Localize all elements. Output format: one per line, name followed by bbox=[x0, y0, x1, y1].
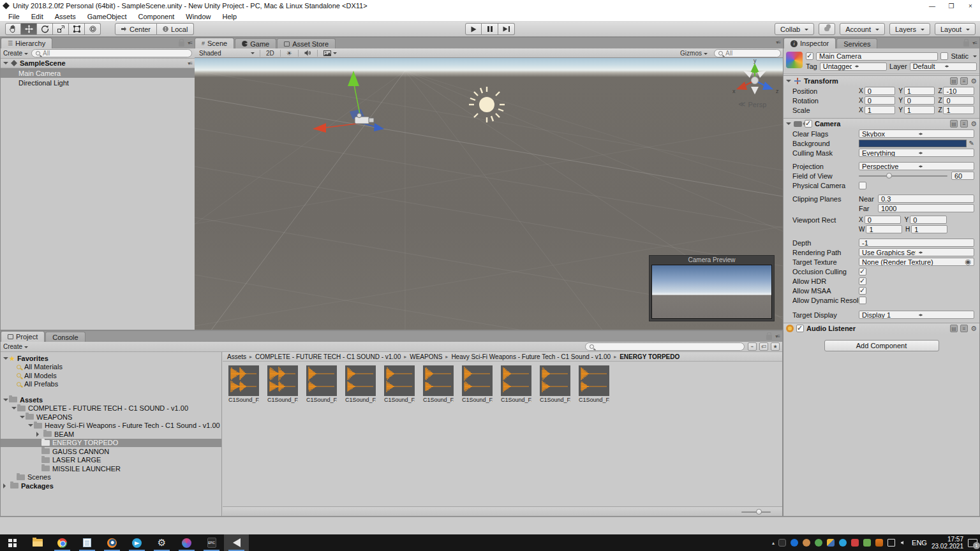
depth-field[interactable]: -1 bbox=[859, 239, 974, 247]
taskbar-notepad-icon[interactable] bbox=[75, 534, 100, 551]
clock[interactable]: 17:5723.02.2021 bbox=[932, 536, 963, 550]
hierarchy-item-directional-light[interactable]: Directional Light bbox=[1, 78, 195, 87]
scale-tool-button[interactable] bbox=[53, 23, 69, 35]
waveform-thumbnail[interactable] bbox=[306, 365, 337, 396]
taskbar-paint3d-icon[interactable] bbox=[174, 534, 199, 551]
breadcrumb-complete-future-tech-c1-sound-v1-00[interactable]: COMPLETE - FUTURE TECH - C1 SOUND - v1.0… bbox=[255, 353, 401, 360]
allow-msaa-checkbox[interactable] bbox=[859, 287, 866, 295]
target-texture-field[interactable]: None (Render Texture)◉ bbox=[859, 258, 974, 266]
fov-value-field[interactable]: 60 bbox=[951, 172, 974, 180]
pane-menu-icon[interactable]: ▾≡ bbox=[775, 334, 780, 339]
position-z-field[interactable]: -10 bbox=[943, 87, 974, 95]
transform-component-header[interactable]: Transform ▤≡⚙ bbox=[783, 75, 979, 86]
2d-toggle[interactable]: 2D bbox=[263, 50, 278, 57]
audio-file-item[interactable]: C1Sound_F... bbox=[228, 365, 259, 403]
tree-beam[interactable]: BEAM bbox=[1, 430, 221, 439]
transform-tool-button[interactable] bbox=[85, 23, 101, 35]
perspective-mode-label[interactable]: ≪Persp bbox=[738, 100, 766, 108]
position-x-field[interactable]: 0 bbox=[865, 87, 896, 95]
bluetooth-icon[interactable] bbox=[791, 539, 798, 547]
pane-menu-icon[interactable]: ▾≡ bbox=[188, 40, 192, 46]
position-y-field[interactable]: 1 bbox=[904, 87, 935, 95]
scale-x-field[interactable]: 1 bbox=[865, 106, 896, 114]
viewport-w-field[interactable]: 1 bbox=[866, 225, 902, 233]
volume-icon[interactable] bbox=[900, 539, 907, 547]
menu-gameobject[interactable]: GameObject bbox=[82, 13, 133, 20]
audio-file-item[interactable]: C1Sound_F... bbox=[423, 365, 454, 403]
audio-listener-component-header[interactable]: Audio Listener ▤≡⚙ bbox=[783, 323, 979, 334]
tree-missile-launcher[interactable]: MISSILE LAUNCHER bbox=[1, 464, 221, 473]
pane-menu-icon[interactable]: ▾≡ bbox=[776, 40, 780, 45]
layers-button[interactable]: Layers bbox=[889, 23, 930, 35]
presets-icon[interactable]: ≡ bbox=[960, 120, 968, 128]
hierarchy-create-button[interactable]: Create bbox=[3, 50, 28, 57]
menu-window[interactable]: Window bbox=[180, 13, 216, 20]
lighting-toggle[interactable]: ☀ bbox=[283, 50, 295, 57]
tree-energy-torpedo[interactable]: ENERGY TORPEDO bbox=[1, 439, 221, 448]
add-component-button[interactable]: Add Component bbox=[824, 340, 939, 351]
hierarchy-item-main-camera[interactable]: Main Camera bbox=[1, 68, 195, 78]
rotation-x-field[interactable]: 0 bbox=[865, 96, 896, 105]
eyedropper-icon[interactable]: ✎ bbox=[969, 140, 974, 147]
taskbar-settings-icon[interactable]: ⚙ bbox=[149, 534, 174, 551]
tab-game[interactable]: Game bbox=[235, 38, 276, 48]
camera-component-header[interactable]: Camera ▤≡⚙ bbox=[783, 118, 979, 129]
tree-laser-large[interactable]: LASER LARGE bbox=[1, 456, 221, 465]
taskbar-telegram-icon[interactable] bbox=[124, 534, 149, 551]
breadcrumb-weapons[interactable]: WEAPONS bbox=[410, 353, 442, 360]
tab-console[interactable]: Console bbox=[45, 332, 85, 342]
presets-icon[interactable]: ≡ bbox=[960, 77, 968, 85]
viewport-y-field[interactable]: 0 bbox=[910, 216, 947, 224]
active-checkbox[interactable] bbox=[806, 52, 813, 60]
messenger-tray-icon[interactable] bbox=[863, 539, 871, 547]
tree-packages[interactable]: Packages bbox=[1, 481, 221, 490]
taskbar-epic-games-icon[interactable]: EPIC bbox=[199, 534, 224, 551]
allow-hdr-checkbox[interactable] bbox=[859, 277, 866, 285]
tab-scene[interactable]: #Scene bbox=[195, 38, 234, 48]
foldout-icon[interactable] bbox=[20, 416, 25, 421]
audio-file-item[interactable]: C1Sound_F... bbox=[267, 365, 298, 403]
menu-file[interactable]: File bbox=[3, 13, 26, 20]
foldout-icon[interactable] bbox=[786, 80, 791, 85]
hierarchy-search-input[interactable]: All bbox=[31, 49, 192, 57]
audio-file-item[interactable]: C1Sound_F... bbox=[462, 365, 493, 403]
audio-mixer-icon[interactable] bbox=[875, 539, 883, 547]
waveform-thumbnail[interactable] bbox=[462, 365, 493, 396]
filter-by-label-icon[interactable]: 🏷 bbox=[759, 342, 768, 351]
viewport-x-field[interactable]: 0 bbox=[865, 216, 902, 224]
play-button[interactable] bbox=[465, 23, 482, 35]
rotation-y-field[interactable]: 0 bbox=[904, 96, 935, 105]
tab-asset-store[interactable]: Asset Store bbox=[277, 38, 336, 48]
project-search-input[interactable] bbox=[585, 342, 745, 351]
language-indicator[interactable]: ENG bbox=[912, 539, 927, 547]
near-clip-field[interactable]: 0.3 bbox=[878, 195, 974, 203]
step-button[interactable] bbox=[498, 23, 515, 35]
scale-y-field[interactable]: 1 bbox=[904, 106, 935, 114]
tree-all-prefabs[interactable]: All Prefabs bbox=[1, 380, 221, 389]
hand-tool-button[interactable] bbox=[5, 23, 21, 35]
scene-menu-icon[interactable]: ▾≡ bbox=[188, 61, 192, 66]
tab-services[interactable]: Services bbox=[836, 38, 877, 48]
breadcrumb-energy-torpedo[interactable]: ENERGY TORPEDO bbox=[620, 353, 679, 360]
waveform-thumbnail[interactable] bbox=[579, 365, 609, 396]
rect-tool-button[interactable] bbox=[69, 23, 85, 35]
menu-help[interactable]: Help bbox=[216, 13, 242, 20]
taskbar-unity-icon[interactable] bbox=[224, 534, 249, 551]
tab-inspector[interactable]: iInspector bbox=[783, 38, 836, 48]
notification-center-icon[interactable]: 1 bbox=[968, 539, 977, 547]
gear-icon[interactable]: ⚙ bbox=[970, 77, 977, 85]
lock-icon[interactable] bbox=[963, 41, 969, 47]
tray-expand-icon[interactable]: ▴ bbox=[772, 540, 774, 546]
layer-dropdown[interactable]: Default bbox=[910, 62, 977, 71]
target-display-dropdown[interactable]: Display 1 bbox=[859, 311, 974, 319]
foldout-icon[interactable] bbox=[3, 357, 8, 362]
pivot-local-button[interactable]: Local bbox=[157, 23, 194, 35]
tray-icon-2[interactable] bbox=[815, 539, 822, 547]
rotation-z-field[interactable]: 0 bbox=[943, 96, 974, 105]
tree-assets[interactable]: Assets bbox=[1, 395, 221, 404]
minimize-button[interactable]: — bbox=[923, 0, 942, 11]
thumbnail-size-knob[interactable] bbox=[756, 509, 762, 515]
foldout-icon[interactable] bbox=[3, 483, 8, 489]
menu-edit[interactable]: Edit bbox=[26, 13, 49, 20]
tray-icon-1[interactable] bbox=[803, 539, 810, 547]
